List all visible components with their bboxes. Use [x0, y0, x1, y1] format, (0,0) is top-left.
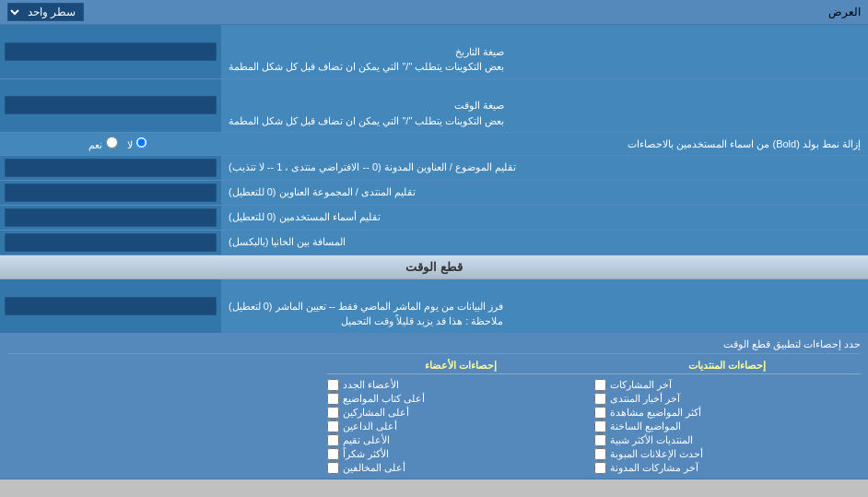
time-format-input-wrapper: H:i: [0, 79, 221, 133]
checkbox-members-2[interactable]: [327, 407, 339, 419]
checkboxes-section: حدد إحصاءات لتطبيق قطع الوقت إحصاءات الم…: [0, 334, 868, 479]
time-format-row: صيغة الوقت بعض التكوينات يتطلب "/" التي …: [0, 79, 868, 134]
usernames-trim-label: تقليم أسماء المستخدمين (0 للتعطيل): [221, 206, 868, 230]
topic-titles-input[interactable]: 33: [5, 159, 217, 177]
checkbox-members-6[interactable]: [327, 462, 339, 474]
date-format-label: صيغة التاريخ بعض التكوينات يتطلب "/" الت…: [221, 25, 868, 78]
usernames-trim-input-wrapper: 0: [0, 206, 221, 230]
checkbox-forums-4[interactable]: [594, 434, 606, 446]
checkboxes-main-label: حدد إحصاءات لتطبيق قطع الوقت: [7, 338, 861, 350]
list-item: أعلى المشاركين: [327, 407, 593, 419]
list-item: أعلى المخالفين: [327, 462, 593, 474]
time-format-label: صيغة الوقت بعض التكوينات يتطلب "/" التي …: [221, 79, 868, 133]
member-checkbox-label-3: أعلى الداعين: [343, 420, 397, 432]
checkboxes-cols: إحصاءات المنتديات آخر المشاركات آخر أخبا…: [7, 358, 861, 474]
list-item: أكثر المواضيع مشاهدة: [594, 407, 861, 419]
forums-stats-header: إحصاءات المنتديات: [594, 358, 861, 374]
list-item: الأعلى تقيم: [327, 434, 593, 446]
time-cut-input[interactable]: 0: [5, 297, 217, 315]
date-format-row: صيغة التاريخ بعض التكوينات يتطلب "/" الت…: [0, 25, 868, 79]
space-between-input-wrapper: 2: [0, 231, 221, 254]
checkbox-label-5: أحدث الإعلانات المبوبة: [610, 448, 703, 460]
checkbox-forums-3[interactable]: [594, 420, 606, 432]
list-item: الأعضاء الجدد: [327, 379, 593, 391]
checkbox-label-1: آخر أخبار المنتدى: [610, 393, 680, 405]
bold-usernames-row: إزالة نمط بولد (Bold) من اسماء المستخدمي…: [0, 133, 868, 156]
checkbox-label-2: أكثر المواضيع مشاهدة: [610, 407, 701, 419]
checkbox-forums-6[interactable]: [594, 462, 606, 474]
member-checkbox-label-6: أعلى المخالفين: [343, 462, 405, 474]
display-select[interactable]: سطر واحدسطرينثلاثة أسطر: [7, 3, 84, 21]
date-format-input[interactable]: d-m: [5, 42, 217, 61]
checkbox-label-3: المواضيع الساخنة: [610, 420, 681, 432]
members-stats-col: إحصاءات الأعضاء الأعضاء الجدد أعلى كتاب …: [327, 358, 593, 474]
time-cut-section-header: قطع الوقت: [0, 255, 868, 279]
empty-col: [7, 358, 327, 474]
forum-group-input[interactable]: 33: [5, 183, 217, 202]
header-label: العرض: [828, 6, 861, 18]
checkbox-label-6: آخر مشاركات المدونة: [610, 462, 698, 474]
topic-titles-row: تقليم الموضوع / العناوين المدونة (0 -- ا…: [0, 156, 868, 181]
space-between-label: المسافة بين الخانيا (بالبكسل): [221, 231, 868, 254]
list-item: المنتديات الأكثر شبية: [594, 434, 861, 446]
topic-titles-label: تقليم الموضوع / العناوين المدونة (0 -- ا…: [221, 156, 868, 180]
checkboxes-header-row: حدد إحصاءات لتطبيق قطع الوقت: [7, 338, 861, 354]
bold-radio-group: لا نعم: [7, 136, 229, 151]
checkbox-forums-2[interactable]: [594, 407, 606, 419]
radio-no[interactable]: [135, 136, 147, 148]
list-item: أحدث الإعلانات المبوبة: [594, 448, 861, 460]
radio-yes[interactable]: [106, 136, 118, 148]
checkbox-forums-5[interactable]: [594, 448, 606, 460]
forum-group-input-wrapper: 33: [0, 181, 221, 205]
usernames-trim-input[interactable]: 0: [5, 208, 217, 227]
main-container: العرض سطر واحدسطرينثلاثة أسطر صيغة التار…: [0, 0, 868, 479]
list-item: الأكثر شكراً: [327, 448, 593, 460]
checkbox-forums-0[interactable]: [594, 379, 606, 391]
list-item: أعلى كتاب المواضيع: [327, 393, 593, 405]
space-between-row: المسافة بين الخانيا (بالبكسل) 2: [0, 231, 868, 255]
space-between-input[interactable]: 2: [5, 233, 217, 252]
bold-label: إزالة نمط بولد (Bold) من اسماء المستخدمي…: [229, 138, 861, 150]
header-row: العرض سطر واحدسطرينثلاثة أسطر: [0, 0, 868, 25]
usernames-trim-row: تقليم أسماء المستخدمين (0 للتعطيل) 0: [0, 206, 868, 231]
list-item: أعلى الداعين: [327, 420, 593, 432]
list-item: آخر مشاركات المدونة: [594, 462, 861, 474]
checkbox-forums-1[interactable]: [594, 393, 606, 405]
checkbox-members-3[interactable]: [327, 420, 339, 432]
member-checkbox-label-2: أعلى المشاركين: [343, 407, 409, 419]
member-checkbox-label-0: الأعضاء الجدد: [343, 379, 399, 391]
checkbox-label-0: آخر المشاركات: [610, 379, 672, 391]
members-stats-header: إحصاءات الأعضاء: [327, 358, 593, 374]
list-item: المواضيع الساخنة: [594, 420, 861, 432]
member-checkbox-label-4: الأعلى تقيم: [343, 434, 390, 446]
radio-yes-label: نعم: [88, 136, 117, 151]
list-item: آخر المشاركات: [594, 379, 861, 391]
checkbox-members-0[interactable]: [327, 379, 339, 391]
topic-titles-input-wrapper: 33: [0, 156, 221, 180]
radio-no-label: لا: [127, 136, 147, 151]
list-item: آخر أخبار المنتدى: [594, 393, 861, 405]
date-format-input-wrapper: d-m: [0, 25, 221, 78]
member-checkbox-label-1: أعلى كتاب المواضيع: [343, 393, 425, 405]
forums-stats-col: إحصاءات المنتديات آخر المشاركات آخر أخبا…: [594, 358, 861, 474]
checkbox-members-1[interactable]: [327, 393, 339, 405]
checkbox-members-5[interactable]: [327, 448, 339, 460]
time-cut-label: فرز البيانات من يوم الماشر الماضي فقط --…: [221, 279, 868, 333]
member-checkbox-label-5: الأكثر شكراً: [343, 448, 389, 460]
checkbox-label-4: المنتديات الأكثر شبية: [610, 434, 693, 446]
forum-group-label: تقليم المنتدى / المجموعة العناوين (0 للت…: [221, 181, 868, 205]
time-format-input[interactable]: H:i: [5, 96, 217, 114]
select-wrapper[interactable]: سطر واحدسطرينثلاثة أسطر: [7, 3, 84, 21]
time-cut-row: فرز البيانات من يوم الماشر الماضي فقط --…: [0, 279, 868, 334]
checkbox-members-4[interactable]: [327, 434, 339, 446]
forum-group-row: تقليم المنتدى / المجموعة العناوين (0 للت…: [0, 181, 868, 206]
time-cut-input-wrapper: 0: [0, 279, 221, 333]
